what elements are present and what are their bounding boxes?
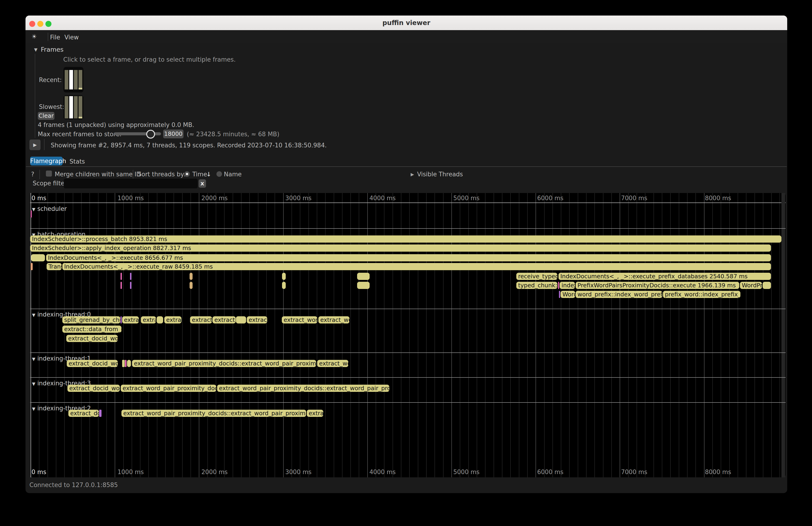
collapse-icon[interactable]: ▼ <box>32 356 35 362</box>
flame-bar[interactable]: WordPr <box>740 282 762 289</box>
flame-bar[interactable]: extract_wo <box>318 316 349 323</box>
axis-tick-label: 5000 ms <box>453 469 479 476</box>
flame-bar[interactable]: extrac <box>164 316 182 323</box>
collapse-icon[interactable]: ▼ <box>32 406 35 411</box>
flamegraph-layer: 0 ms0 ms1000 ms1000 ms2000 ms2000 ms3000… <box>0 0 812 526</box>
flame-bar[interactable] <box>763 282 771 289</box>
axis-tick-label: 2000 ms <box>201 195 228 202</box>
flame-bar[interactable]: extract_ <box>213 316 236 323</box>
axis-tick-label: 8000 ms <box>705 195 731 202</box>
thread-separator <box>30 309 786 309</box>
flame-bar[interactable]: IndexDocuments<_, _>::execute 8656.677 m… <box>46 254 771 261</box>
flame-bar[interactable]: extract_word <box>282 316 317 323</box>
axis-tick-label: 4000 ms <box>369 195 395 202</box>
flame-bar[interactable]: extract_docid_wor <box>66 335 118 342</box>
flame-bar[interactable] <box>31 254 45 261</box>
flame-bar[interactable]: PrefixWordPairsProximityDocids::execute … <box>576 282 739 289</box>
flame-bar[interactable]: extract_ <box>190 316 212 323</box>
thread-separator <box>30 228 786 229</box>
flame-bar[interactable] <box>190 282 192 289</box>
flame-bar[interactable]: extract_docid_word <box>67 360 118 367</box>
flame-bar[interactable]: word_prefix::index_word_prefix_ <box>576 291 662 298</box>
flame-bar[interactable]: extract <box>122 316 139 323</box>
flame-bar[interactable]: extract_word_pair_proximity_docids::extr… <box>121 410 306 417</box>
flame-bar[interactable]: IndexDocuments<_, _>::execute_raw 8459.1… <box>62 263 771 270</box>
axis-tick-label: 1000 ms <box>117 195 144 202</box>
flame-bar[interactable]: IndexDocuments<_, _>::execute_prefix_dat… <box>559 273 771 280</box>
flame-bar[interactable]: IndexScheduler>::process_batch 8953.821 … <box>30 235 781 243</box>
flame-bar[interactable] <box>236 316 246 323</box>
flame-bar[interactable] <box>120 273 122 280</box>
collapse-icon[interactable]: ▼ <box>32 312 35 318</box>
flame-bar[interactable] <box>127 360 131 367</box>
flame-bar[interactable]: extract_wo <box>317 360 348 367</box>
flame-bar[interactable]: Word <box>561 291 575 298</box>
flame-bar[interactable] <box>157 316 163 323</box>
axis-tick-label: 0 ms <box>31 469 46 476</box>
thread-header-scheduler[interactable]: ▼ scheduler <box>32 205 67 212</box>
flame-bar[interactable]: extract_word_pair_proximity_docids::extr… <box>132 360 316 367</box>
axis-tick-label: 3000 ms <box>285 469 311 476</box>
flame-bar[interactable] <box>120 282 122 289</box>
thread-separator <box>30 352 786 353</box>
flame-bar[interactable]: prefix_word::index_prefix_wo <box>663 291 740 298</box>
flame-bar[interactable]: split_grenad_by_chun <box>62 316 120 323</box>
flame-bar[interactable]: extract <box>247 316 267 323</box>
axis-tick-label: 4000 ms <box>369 469 395 476</box>
thread-separator <box>30 402 786 403</box>
status-bar: Connected to 127.0.0.1:8585 <box>29 482 118 488</box>
collapse-icon[interactable]: ▼ <box>32 207 35 212</box>
flame-bar[interactable]: extrac <box>307 410 323 417</box>
flame-bar[interactable] <box>125 360 127 367</box>
flame-bar[interactable]: extract_word_pair_proximity_docids <box>121 385 216 392</box>
collapse-icon[interactable]: ▼ <box>32 381 35 386</box>
axis-tick-label: 6000 ms <box>537 195 563 202</box>
flame-bar[interactable]: extra <box>141 316 156 323</box>
flame-bar[interactable] <box>282 273 286 280</box>
flame-bar[interactable] <box>31 210 32 218</box>
flame-bar[interactable] <box>122 360 125 367</box>
flame-bar[interactable] <box>558 282 559 289</box>
flame-bar[interactable]: extract_docid_word <box>68 385 120 392</box>
flame-bar[interactable] <box>31 263 33 270</box>
flame-bar[interactable]: IndexScheduler>::apply_index_operation 8… <box>30 245 771 252</box>
flame-bar[interactable] <box>357 273 369 280</box>
flame-bar[interactable]: typed_chunk::w <box>516 282 557 289</box>
flame-bar[interactable] <box>130 273 131 280</box>
thread-separator <box>30 377 786 378</box>
axis-tick-label: 8000 ms <box>705 469 731 476</box>
flame-bar[interactable]: extract::data_from_ob <box>62 325 121 333</box>
flame-bar[interactable] <box>120 316 122 323</box>
axis-tick-label: 5000 ms <box>453 195 479 202</box>
flame-bar[interactable] <box>282 282 286 289</box>
flame-bar[interactable] <box>130 282 131 289</box>
flame-bar[interactable]: Trans <box>47 263 62 270</box>
flame-bar[interactable] <box>190 273 192 280</box>
flame-bar[interactable] <box>99 410 102 417</box>
flame-bar[interactable]: extract_doc <box>68 410 99 417</box>
flame-bar[interactable] <box>559 291 560 298</box>
axis-tick-label: 7000 ms <box>621 469 647 476</box>
axis-tick-label: 7000 ms <box>621 195 647 202</box>
flame-bar[interactable]: receive_typed_ <box>516 273 557 280</box>
flame-bar[interactable]: extract_word_pair_proximity_docids::extr… <box>217 385 389 392</box>
axis-tick-label: 3000 ms <box>285 195 311 202</box>
axis-tick-label: 0 ms <box>31 195 46 202</box>
axis-tick-label: 2000 ms <box>201 469 228 476</box>
axis-tick-label: 1000 ms <box>117 469 144 476</box>
flame-bar[interactable]: index <box>560 282 575 289</box>
axis-tick-label: 6000 ms <box>537 469 563 476</box>
flame-bar[interactable] <box>357 282 369 289</box>
